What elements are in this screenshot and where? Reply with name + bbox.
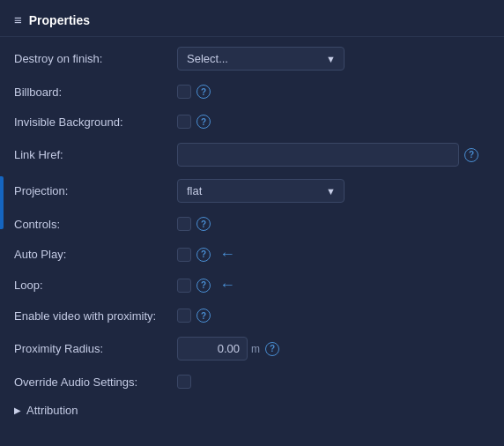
control-loop: ? ← [177, 276, 490, 294]
properties-list: Destroy on finish: Select... Yes No ▼ Bi… [0, 37, 504, 427]
attribution-row[interactable]: ▶ Attribution [0, 397, 504, 424]
checkbox-billboard[interactable] [177, 85, 191, 99]
row-invisible-background: Invisible Background: ? [0, 107, 504, 137]
number-input-wrapper-proximity: m [177, 337, 260, 361]
row-loop: Loop: ? ← [0, 270, 504, 301]
control-override-audio-settings [177, 375, 490, 389]
label-auto-play: Auto Play: [14, 248, 177, 261]
row-proximity-radius: Proximity Radius: m ? [0, 331, 504, 367]
help-icon-billboard[interactable]: ? [196, 85, 211, 99]
row-link-href: Link Href: ? [0, 137, 504, 173]
row-auto-play: Auto Play: ? ← [0, 239, 504, 270]
control-controls: ? [177, 217, 490, 231]
control-enable-video-proximity: ? [177, 308, 490, 323]
dropdown-projection[interactable]: flat sphere cylinder [177, 179, 345, 203]
attribution-label: Attribution [26, 404, 78, 417]
label-invisible-background: Invisible Background: [14, 115, 177, 129]
help-icon-link-href[interactable]: ? [464, 148, 478, 162]
checkbox-auto-play[interactable] [177, 248, 191, 262]
control-link-href: ? [177, 143, 490, 167]
label-projection: Projection: [14, 184, 177, 197]
label-destroy-on-finish: Destroy on finish: [14, 52, 177, 65]
checkbox-enable-video-proximity[interactable] [177, 308, 191, 323]
checkbox-controls[interactable] [177, 217, 191, 231]
attribution-expand-icon: ▶ [14, 405, 21, 415]
dropdown-projection-wrapper: flat sphere cylinder ▼ [177, 179, 345, 203]
control-invisible-background: ? [177, 115, 490, 129]
unit-label-proximity: m [251, 343, 260, 355]
label-link-href: Link Href: [14, 148, 177, 161]
help-icon-invisible-background[interactable]: ? [196, 115, 211, 129]
label-loop: Loop: [14, 279, 177, 292]
checkbox-loop[interactable] [177, 279, 191, 293]
label-enable-video-proximity: Enable video with proximity: [14, 309, 177, 323]
control-projection: flat sphere cylinder ▼ [177, 179, 490, 203]
help-icon-enable-video-proximity[interactable]: ? [196, 308, 211, 323]
arrow-auto-play: ← [219, 245, 235, 264]
row-projection: Projection: flat sphere cylinder ▼ [0, 173, 504, 209]
arrow-loop: ← [219, 276, 235, 294]
properties-icon: ≡ [14, 12, 22, 27]
dropdown-destroy-wrapper: Select... Yes No ▼ [177, 47, 345, 71]
panel-header: ≡ Properties [0, 0, 504, 37]
checkbox-invisible-background[interactable] [177, 115, 191, 129]
control-billboard: ? [177, 85, 490, 99]
help-icon-controls[interactable]: ? [196, 217, 211, 231]
panel-title: Properties [29, 13, 90, 27]
row-override-audio-settings: Override Audio Settings: [0, 367, 504, 397]
control-proximity-radius: m ? [177, 337, 490, 361]
input-link-href[interactable] [177, 143, 459, 167]
row-destroy-on-finish: Destroy on finish: Select... Yes No ▼ [0, 41, 504, 77]
left-accent [0, 176, 4, 229]
row-enable-video-proximity: Enable video with proximity: ? [0, 301, 504, 331]
dropdown-destroy-on-finish[interactable]: Select... Yes No [177, 47, 345, 71]
help-icon-loop[interactable]: ? [196, 279, 211, 293]
help-icon-auto-play[interactable]: ? [196, 248, 211, 262]
control-auto-play: ? ← [177, 245, 490, 264]
row-billboard: Billboard: ? [0, 77, 504, 107]
label-billboard: Billboard: [14, 85, 177, 99]
properties-panel: ≡ Properties Destroy on finish: Select..… [0, 0, 504, 446]
input-proximity-radius[interactable] [177, 337, 248, 361]
row-controls: Controls: ? [0, 209, 504, 239]
label-override-audio-settings: Override Audio Settings: [14, 375, 177, 389]
checkbox-override-audio-settings[interactable] [177, 375, 191, 389]
label-controls: Controls: [14, 218, 177, 231]
control-destroy-on-finish: Select... Yes No ▼ [177, 47, 490, 71]
label-proximity-radius: Proximity Radius: [14, 342, 177, 355]
help-icon-proximity-radius[interactable]: ? [265, 342, 279, 356]
